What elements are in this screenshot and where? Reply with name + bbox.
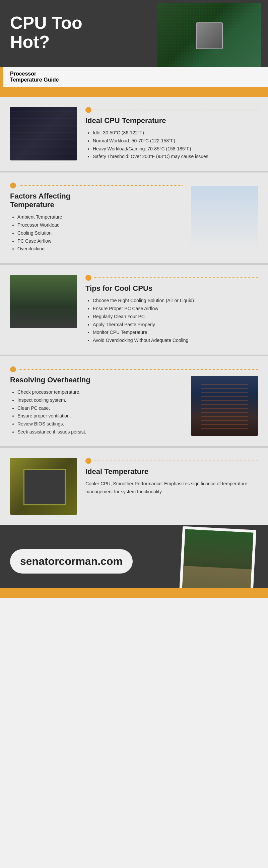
list-item: Ensure proper ventilation. [18,412,183,420]
main-title: CPU Too Hot? [10,10,104,52]
list-item: Idle: 30-50°C (86-122°F) [93,129,258,137]
orange-dot [10,366,16,372]
list-item: Cooling Solution [18,229,183,237]
factors-section: Factors Affecting Temperature Ambient Te… [0,173,268,263]
orange-dot [10,183,16,188]
ideal-cpu-heading: Ideal CPU Temperature [85,116,258,125]
list-item: Ensure Proper PC Case Airflow [93,305,258,313]
ideal-cpu-section: Ideal CPU Temperature Idle: 30-50°C (86-… [0,97,268,171]
ideal-temp-heading: Ideal Temperature [85,467,258,476]
ideal-temp-section: Ideal Temperature Cooler CPU, Smoother P… [0,448,268,525]
orange-dot [85,458,91,464]
tips-section: Tips for Cool CPUs Choose the Right Cool… [0,265,268,354]
section-dot-container [85,458,258,464]
list-item: Avoid Overclocking Without Adequate Cool… [93,337,258,345]
list-item: Seek assistance if issues persist. [18,428,183,436]
tips-list: Choose the Right Cooling Solution (Air o… [85,297,258,345]
orange-dot [85,107,91,113]
list-item: Processor Workload [18,221,183,229]
subtitle-text: Processor Temperature Guide [10,71,59,83]
dotted-separator [19,369,258,370]
ideal-temp-body: Cooler CPU, Smoother Performance: Emphas… [85,480,258,496]
section-dot-container [85,275,258,281]
section-dot-container [85,107,258,113]
footer-domain-label: senatorcorman.com [10,549,133,574]
resolving-list: Check processor temperature. Inspect coo… [10,389,183,436]
ideal-cpu-content: Ideal CPU Temperature Idle: 30-50°C (86-… [85,107,258,161]
tips-content: Tips for Cool CPUs Choose the Right Cool… [85,275,258,345]
tips-heading: Tips for Cool CPUs [85,284,258,293]
resolving-heading: Resolving Overheating [10,376,183,384]
list-item: Overclocking [18,245,183,253]
list-item: Choose the Right Cooling Solution (Air o… [93,297,258,305]
list-item: Normal Workload: 50-70°C (122-158°F) [93,137,258,145]
resolving-content: Resolving Overheating Check processor te… [10,376,183,436]
footer-circuit-image [179,526,256,597]
ideal-cpu-list: Idle: 30-50°C (86-122°F) Normal Workload… [85,129,258,161]
dotted-separator [19,185,183,186]
list-item: Inspect cooling system. [18,396,183,404]
resolving-inner: Resolving Overheating Check processor te… [10,376,258,436]
list-item: Apply Thermal Paste Properly [93,321,258,329]
ideal-cpu-image [10,107,77,160]
ideal-temp-image [10,458,77,515]
dotted-separator [94,461,258,461]
header-pcb-image [157,3,261,67]
list-item: Safety Threshold: Over 200°F (93°C) may … [93,153,258,161]
dotted-separator [94,110,258,110]
tips-image [10,275,77,328]
factors-heading: Factors Affecting Temperature [10,192,183,209]
factors-list: Ambient Temperature Processor Workload C… [10,213,183,253]
list-item: Monitor CPU Temperature [93,329,258,337]
list-item: PC Case Airflow [18,237,183,245]
dotted-separator [94,277,258,278]
orange-dot [85,275,91,281]
list-item: Check processor temperature. [18,389,183,396]
ideal-temp-content: Ideal Temperature Cooler CPU, Smoother P… [85,458,258,496]
subtitle-banner: Processor Temperature Guide [0,67,268,87]
factors-content: Factors Affecting Temperature Ambient Te… [10,183,183,253]
orange-accent-strip [0,87,268,97]
footer-section: senatorcorman.com [0,525,268,598]
list-item: Heavy Workload/Gaming: 70-85°C (158-185°… [93,145,258,153]
list-item: Ambient Temperature [18,213,183,221]
footer-orange-strip [0,588,268,598]
list-item: Review BIOS settings. [18,420,183,428]
list-item: Regularly Clean Your PC [93,313,258,321]
section-dot-container [10,183,183,188]
resolving-image [191,376,258,436]
list-item: Clean PC case. [18,404,183,412]
content-area: Ideal CPU Temperature Idle: 30-50°C (86-… [0,97,268,525]
header-section: CPU Too Hot? [0,0,268,67]
resolving-section: Resolving Overheating Check processor te… [0,356,268,446]
section-dot-container [10,366,258,372]
factors-image [191,186,258,249]
